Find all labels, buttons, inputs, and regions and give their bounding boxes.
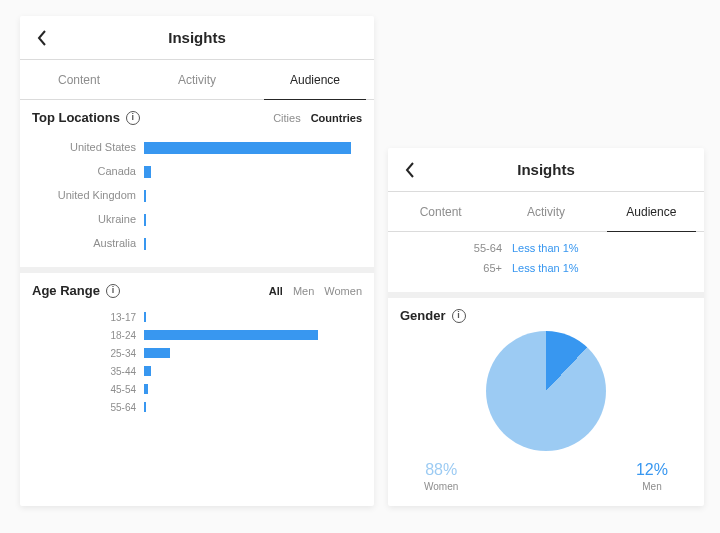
age-tail-label: 55-64 <box>394 242 512 254</box>
age-tail-row: 65+Less than 1% <box>394 258 692 278</box>
bar-label: United States <box>26 141 144 153</box>
segment-all[interactable]: All <box>269 285 283 297</box>
bar-fill <box>144 190 146 202</box>
header: Insights <box>20 16 374 60</box>
tabs: Content Activity Audience <box>20 60 374 100</box>
bar-row: United States <box>26 135 362 159</box>
bar-row: Ukraine <box>26 207 362 231</box>
legend-men: 12% Men <box>636 461 668 492</box>
bar-area <box>144 236 362 250</box>
bar-row: United Kingdom <box>26 183 362 207</box>
bar-row: 18-24 <box>26 326 362 344</box>
segment-women[interactable]: Women <box>324 285 362 297</box>
tab-audience[interactable]: Audience <box>599 192 704 231</box>
bar-fill <box>144 402 146 412</box>
men-label: Men <box>636 481 668 492</box>
segment-cities[interactable]: Cities <box>273 112 301 124</box>
age-tail-row: 55-64Less than 1% <box>394 238 692 258</box>
chart-gender <box>400 323 692 455</box>
tabs: Content Activity Audience <box>388 192 704 232</box>
bar-row: Canada <box>26 159 362 183</box>
bar-row: 35-44 <box>26 362 362 380</box>
bar-label: Australia <box>26 237 144 249</box>
bar-area <box>144 188 362 202</box>
header: Insights <box>388 148 704 192</box>
section-title-age: Age Range <box>32 283 100 298</box>
bar-row: 45-54 <box>26 380 362 398</box>
info-icon[interactable]: i <box>452 309 466 323</box>
bar-fill <box>144 214 146 226</box>
bar-row: 13-17 <box>26 308 362 326</box>
bar-row: 25-34 <box>26 344 362 362</box>
chevron-left-icon <box>37 30 47 46</box>
bar-label: 25-34 <box>26 348 144 359</box>
bar-area <box>144 383 362 395</box>
gender-legend: 88% Women 12% Men <box>400 455 692 492</box>
bar-row: Australia <box>26 231 362 255</box>
bar-fill <box>144 366 151 376</box>
segment-men[interactable]: Men <box>293 285 314 297</box>
bar-fill <box>144 330 318 340</box>
segment-age: All Men Women <box>269 285 362 297</box>
section-title-locations: Top Locations <box>32 110 120 125</box>
tab-content[interactable]: Content <box>20 60 138 99</box>
section-gender: Gender i 88% Women 12% Men <box>388 298 704 504</box>
bar-fill <box>144 348 170 358</box>
section-title-gender: Gender <box>400 308 446 323</box>
info-icon[interactable]: i <box>126 111 140 125</box>
legend-women: 88% Women <box>424 461 458 492</box>
bar-area <box>144 365 362 377</box>
bar-label: Ukraine <box>26 213 144 225</box>
section-head-locations: Top Locations i Cities Countries <box>20 100 374 131</box>
bar-area <box>144 212 362 226</box>
back-button[interactable] <box>398 158 422 182</box>
info-icon[interactable]: i <box>106 284 120 298</box>
bar-fill <box>144 166 151 178</box>
bar-label: 35-44 <box>26 366 144 377</box>
bar-label: 55-64 <box>26 402 144 413</box>
bar-fill <box>144 142 351 154</box>
bar-area <box>144 140 362 154</box>
bar-label: 45-54 <box>26 384 144 395</box>
age-tail-value: Less than 1% <box>512 262 579 274</box>
bar-label: Canada <box>26 165 144 177</box>
page-title: Insights <box>388 161 704 178</box>
bar-area <box>144 164 362 178</box>
segment-countries[interactable]: Countries <box>311 112 362 124</box>
bar-label: 13-17 <box>26 312 144 323</box>
bar-area <box>144 311 362 323</box>
men-pct: 12% <box>636 461 668 479</box>
bar-fill <box>144 238 146 250</box>
age-tail-value: Less than 1% <box>512 242 579 254</box>
segment-locations: Cities Countries <box>273 112 362 124</box>
tab-activity[interactable]: Activity <box>138 60 256 99</box>
chart-top-locations: United StatesCanadaUnited KingdomUkraine… <box>20 131 374 267</box>
bar-area <box>144 401 362 413</box>
bar-row: 55-64 <box>26 398 362 416</box>
chart-age-range: 13-1718-2425-3435-4445-5455-64 <box>20 304 374 428</box>
section-head-age: Age Range i All Men Women <box>20 273 374 304</box>
women-label: Women <box>424 481 458 492</box>
women-pct: 88% <box>424 461 458 479</box>
bar-area <box>144 329 362 341</box>
back-button[interactable] <box>30 26 54 50</box>
age-range-tail: 55-64Less than 1%65+Less than 1% <box>388 232 704 292</box>
bar-label: United Kingdom <box>26 189 144 201</box>
chevron-left-icon <box>405 162 415 178</box>
tab-activity[interactable]: Activity <box>493 192 598 231</box>
bar-area <box>144 347 362 359</box>
bar-fill <box>144 312 146 322</box>
tab-content[interactable]: Content <box>388 192 493 231</box>
age-tail-label: 65+ <box>394 262 512 274</box>
bar-label: 18-24 <box>26 330 144 341</box>
section-head-gender: Gender i <box>400 300 692 323</box>
insights-card-left: Insights Content Activity Audience Top L… <box>20 16 374 506</box>
bar-fill <box>144 384 148 394</box>
pie-icon <box>486 331 606 451</box>
page-title: Insights <box>20 29 374 46</box>
tab-audience[interactable]: Audience <box>256 60 374 99</box>
insights-card-right: Insights Content Activity Audience 55-64… <box>388 148 704 506</box>
